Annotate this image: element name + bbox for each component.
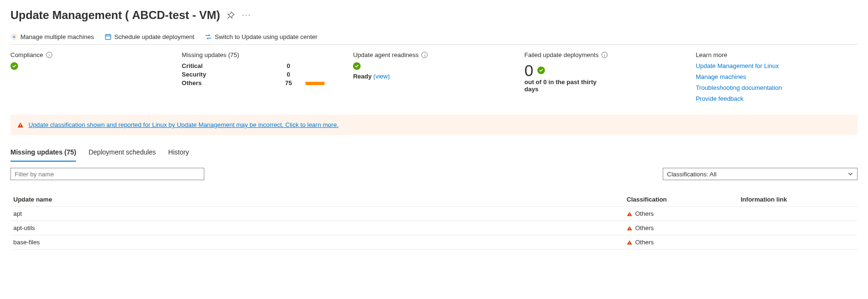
table-row[interactable]: apt Others	[10, 207, 858, 221]
critical-value: 0	[279, 62, 298, 69]
classifications-value: Classifications: All	[667, 171, 716, 178]
tab-history[interactable]: History	[168, 145, 189, 162]
chevron-down-icon	[848, 171, 853, 177]
others-bar	[305, 82, 324, 85]
tab-deployment-schedules[interactable]: Deployment schedules	[88, 145, 156, 162]
learn-more-card: Learn more Update Management for Linux M…	[696, 51, 858, 102]
warning-banner-link[interactable]: Update classification shown and reported…	[29, 121, 339, 128]
learn-more-label: Learn more	[696, 51, 727, 58]
agent-readiness-card: Update agent readiness i Ready (view)	[353, 51, 515, 102]
tab-bar: Missing updates (75) Deployment schedule…	[10, 145, 858, 162]
pin-icon[interactable]	[227, 11, 235, 19]
cell-classification: Others	[635, 224, 654, 231]
compliance-card: Compliance i	[10, 51, 172, 102]
checkmark-icon	[10, 62, 18, 70]
classifications-dropdown[interactable]: Classifications: All	[663, 168, 858, 180]
checkmark-icon	[353, 62, 361, 70]
info-icon[interactable]: i	[601, 52, 608, 58]
missing-updates-card: Missing updates (75) Critical 0 Security…	[182, 51, 344, 102]
learn-link-feedback[interactable]: Provide feedback	[696, 95, 858, 102]
col-information-link[interactable]: Information link	[741, 196, 855, 203]
security-label: Security	[182, 71, 272, 78]
calendar-icon	[105, 33, 112, 40]
learn-link-update-linux[interactable]: Update Management for Linux	[696, 62, 858, 69]
svg-rect-10	[629, 229, 630, 230]
compliance-label: Compliance	[10, 51, 43, 58]
failed-deployments-card: Failed update deployments i 0 out of 0 i…	[525, 51, 687, 102]
schedule-update-deployment-button[interactable]: Schedule update deployment	[105, 33, 194, 40]
updates-grid: Update name Classification Information l…	[10, 193, 858, 250]
info-icon[interactable]: i	[421, 52, 428, 58]
summary-panel: Compliance i Missing updates (75) Critic…	[10, 45, 858, 107]
missing-updates-label: Missing updates (75)	[182, 51, 239, 58]
tab-missing-updates[interactable]: Missing updates (75)	[10, 145, 76, 162]
more-icon[interactable]: ···	[242, 11, 251, 19]
svg-rect-7	[629, 213, 630, 214]
cell-classification: Others	[635, 239, 654, 246]
info-icon[interactable]: i	[46, 52, 52, 58]
checkmark-icon	[537, 67, 545, 74]
col-classification[interactable]: Classification	[627, 196, 741, 203]
table-row[interactable]: apt-utils Others	[10, 221, 858, 235]
svg-rect-12	[629, 243, 630, 244]
svg-rect-1	[105, 35, 111, 39]
page-title-row: Update Management ( ABCD-test - VM) ···	[10, 9, 858, 22]
agent-status: Ready	[353, 73, 372, 80]
agent-readiness-label: Update agent readiness	[353, 51, 419, 58]
swap-icon	[205, 33, 212, 40]
failed-count: 0	[525, 62, 534, 78]
learn-link-manage-machines[interactable]: Manage machines	[696, 73, 858, 80]
cell-update-name: apt	[13, 210, 627, 217]
security-value: 0	[279, 71, 298, 78]
svg-rect-6	[20, 126, 20, 126]
view-agent-link[interactable]: (view)	[373, 73, 390, 80]
command-bar: Manage multiple machines Schedule update…	[10, 33, 858, 45]
failed-subtext: out of 0 in the past thirty days	[525, 78, 605, 93]
switch-update-label: Switch to Update using update center	[215, 33, 317, 40]
svg-rect-5	[20, 124, 20, 126]
col-update-name[interactable]: Update name	[13, 196, 627, 203]
failed-deployments-label: Failed update deployments	[525, 51, 599, 58]
title-suffix: -test - VM)	[165, 9, 220, 21]
warning-icon	[627, 211, 632, 217]
critical-label: Critical	[182, 62, 272, 69]
manage-multiple-label: Manage multiple machines	[20, 33, 94, 40]
filter-by-name-input[interactable]	[10, 168, 204, 180]
title-resource-name: ABCD	[132, 9, 165, 21]
cell-classification: Others	[635, 210, 654, 217]
manage-multiple-machines-button[interactable]: Manage multiple machines	[10, 33, 94, 40]
cell-update-name: apt-utils	[13, 224, 627, 231]
title-prefix: Update Management (	[10, 9, 132, 21]
warning-icon	[17, 122, 24, 128]
switch-update-center-button[interactable]: Switch to Update using update center	[205, 33, 317, 40]
gear-icon	[10, 33, 18, 40]
svg-point-0	[13, 36, 15, 38]
svg-rect-8	[629, 215, 630, 215]
svg-rect-11	[629, 241, 630, 243]
schedule-update-label: Schedule update deployment	[114, 33, 194, 40]
filter-row: Classifications: All	[10, 168, 858, 180]
svg-rect-9	[629, 227, 630, 229]
others-value: 75	[279, 79, 298, 87]
learn-link-troubleshooting[interactable]: Troubleshooting documentation	[696, 84, 858, 91]
cell-update-name: base-files	[13, 239, 627, 246]
grid-header-row: Update name Classification Information l…	[10, 193, 858, 207]
page-title: Update Management ( ABCD-test - VM)	[10, 9, 220, 22]
warning-banner: Update classification shown and reported…	[10, 115, 858, 135]
warning-icon	[627, 240, 632, 245]
warning-icon	[627, 225, 632, 231]
others-label: Others	[182, 79, 272, 87]
table-row[interactable]: base-files Others	[10, 235, 858, 250]
